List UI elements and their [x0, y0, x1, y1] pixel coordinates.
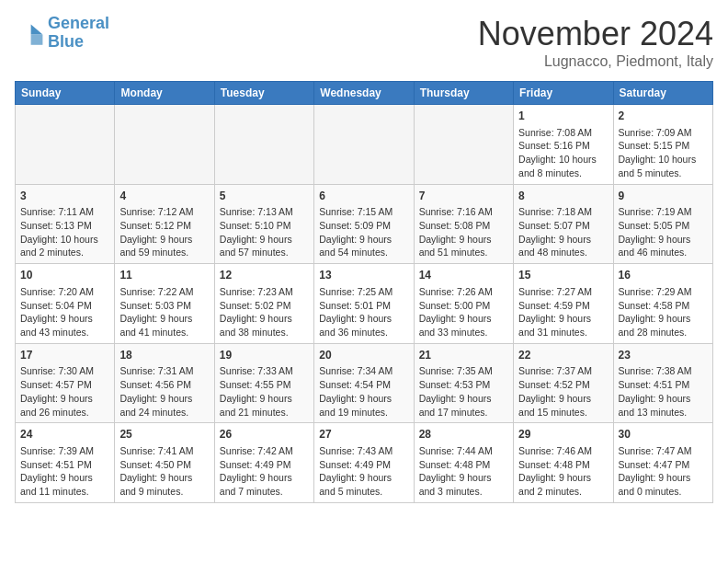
day-info: Sunrise: 7:30 AM Sunset: 4:57 PM Dayligh…: [20, 365, 94, 417]
day-number: 21: [419, 348, 508, 363]
calendar-cell: 8Sunrise: 7:18 AM Sunset: 5:07 PM Daylig…: [514, 184, 613, 264]
calendar-cell: 11Sunrise: 7:22 AM Sunset: 5:03 PM Dayli…: [115, 264, 214, 344]
day-number: 22: [518, 348, 608, 363]
calendar-cell: 13Sunrise: 7:25 AM Sunset: 5:01 PM Dayli…: [314, 264, 414, 344]
calendar-week-row: 24Sunrise: 7:39 AM Sunset: 4:51 PM Dayli…: [16, 423, 713, 503]
logo: General Blue: [15, 15, 109, 52]
day-info: Sunrise: 7:25 AM Sunset: 5:01 PM Dayligh…: [319, 286, 392, 338]
day-number: 9: [619, 189, 708, 204]
day-number: 11: [119, 268, 209, 283]
month-title: November 2024: [478, 15, 713, 53]
calendar-cell: 28Sunrise: 7:44 AM Sunset: 4:48 PM Dayli…: [414, 423, 513, 503]
day-info: Sunrise: 7:09 AM Sunset: 5:15 PM Dayligh…: [619, 127, 697, 178]
calendar-cell: 10Sunrise: 7:20 AM Sunset: 5:04 PM Dayli…: [16, 264, 115, 344]
page-header: General Blue November 2024 Lugnacco, Pie…: [15, 15, 713, 70]
weekday-header: Saturday: [613, 82, 712, 105]
day-info: Sunrise: 7:23 AM Sunset: 5:02 PM Dayligh…: [220, 286, 293, 338]
day-number: 5: [220, 189, 309, 204]
calendar-week-row: 1Sunrise: 7:08 AM Sunset: 5:16 PM Daylig…: [16, 105, 713, 185]
calendar-cell: [314, 105, 414, 185]
day-info: Sunrise: 7:15 AM Sunset: 5:09 PM Dayligh…: [319, 206, 392, 258]
day-number: 15: [518, 268, 608, 283]
day-number: 12: [220, 268, 309, 283]
day-info: Sunrise: 7:31 AM Sunset: 4:56 PM Dayligh…: [119, 365, 193, 417]
calendar-cell: 6Sunrise: 7:15 AM Sunset: 5:09 PM Daylig…: [314, 184, 414, 264]
calendar: SundayMondayTuesdayWednesdayThursdayFrid…: [15, 81, 713, 503]
day-number: 29: [518, 427, 608, 442]
calendar-cell: 16Sunrise: 7:29 AM Sunset: 4:58 PM Dayli…: [613, 264, 712, 344]
day-info: Sunrise: 7:13 AM Sunset: 5:10 PM Dayligh…: [220, 206, 293, 258]
day-number: 3: [20, 189, 109, 204]
day-info: Sunrise: 7:47 AM Sunset: 4:47 PM Dayligh…: [619, 445, 692, 497]
logo-icon: [15, 18, 44, 48]
calendar-cell: 9Sunrise: 7:19 AM Sunset: 5:05 PM Daylig…: [613, 184, 712, 264]
day-info: Sunrise: 7:18 AM Sunset: 5:07 PM Dayligh…: [518, 206, 592, 258]
day-info: Sunrise: 7:19 AM Sunset: 5:05 PM Dayligh…: [619, 206, 692, 258]
day-number: 1: [518, 109, 608, 124]
day-number: 2: [619, 109, 708, 124]
weekday-header: Wednesday: [314, 82, 414, 105]
calendar-cell: 1Sunrise: 7:08 AM Sunset: 5:16 PM Daylig…: [514, 105, 613, 185]
day-number: 4: [119, 189, 209, 204]
calendar-cell: [16, 105, 115, 185]
day-info: Sunrise: 7:26 AM Sunset: 5:00 PM Dayligh…: [419, 286, 493, 338]
day-info: Sunrise: 7:38 AM Sunset: 4:51 PM Dayligh…: [619, 365, 692, 417]
calendar-cell: 27Sunrise: 7:43 AM Sunset: 4:49 PM Dayli…: [314, 423, 414, 503]
weekday-header: Monday: [115, 82, 214, 105]
calendar-cell: 5Sunrise: 7:13 AM Sunset: 5:10 PM Daylig…: [214, 184, 313, 264]
day-number: 14: [419, 268, 508, 283]
day-info: Sunrise: 7:37 AM Sunset: 4:52 PM Dayligh…: [518, 365, 592, 417]
day-info: Sunrise: 7:29 AM Sunset: 4:58 PM Dayligh…: [619, 286, 692, 338]
calendar-cell: 7Sunrise: 7:16 AM Sunset: 5:08 PM Daylig…: [414, 184, 513, 264]
day-info: Sunrise: 7:43 AM Sunset: 4:49 PM Dayligh…: [319, 445, 392, 497]
calendar-week-row: 17Sunrise: 7:30 AM Sunset: 4:57 PM Dayli…: [16, 343, 713, 423]
day-info: Sunrise: 7:33 AM Sunset: 4:55 PM Dayligh…: [220, 365, 293, 417]
weekday-header-row: SundayMondayTuesdayWednesdayThursdayFrid…: [16, 82, 713, 105]
calendar-cell: 18Sunrise: 7:31 AM Sunset: 4:56 PM Dayli…: [115, 343, 214, 423]
weekday-header: Thursday: [414, 82, 513, 105]
calendar-cell: 24Sunrise: 7:39 AM Sunset: 4:51 PM Dayli…: [16, 423, 115, 503]
day-number: 6: [319, 189, 408, 204]
day-number: 8: [518, 189, 608, 204]
calendar-cell: 30Sunrise: 7:47 AM Sunset: 4:47 PM Dayli…: [613, 423, 712, 503]
calendar-cell: 26Sunrise: 7:42 AM Sunset: 4:49 PM Dayli…: [214, 423, 313, 503]
day-info: Sunrise: 7:08 AM Sunset: 5:16 PM Dayligh…: [518, 127, 597, 178]
calendar-cell: 2Sunrise: 7:09 AM Sunset: 5:15 PM Daylig…: [613, 105, 712, 185]
day-number: 19: [220, 348, 309, 363]
title-block: November 2024 Lugnacco, Piedmont, Italy: [478, 15, 713, 70]
calendar-cell: 15Sunrise: 7:27 AM Sunset: 4:59 PM Dayli…: [514, 264, 613, 344]
calendar-cell: 21Sunrise: 7:35 AM Sunset: 4:53 PM Dayli…: [414, 343, 513, 423]
day-number: 17: [20, 348, 109, 363]
day-number: 18: [119, 348, 209, 363]
day-info: Sunrise: 7:22 AM Sunset: 5:03 PM Dayligh…: [119, 286, 193, 338]
day-info: Sunrise: 7:44 AM Sunset: 4:48 PM Dayligh…: [419, 445, 493, 497]
weekday-header: Sunday: [16, 82, 115, 105]
day-info: Sunrise: 7:41 AM Sunset: 4:50 PM Dayligh…: [119, 445, 193, 497]
day-number: 16: [619, 268, 708, 283]
day-info: Sunrise: 7:39 AM Sunset: 4:51 PM Dayligh…: [20, 445, 94, 497]
calendar-cell: 22Sunrise: 7:37 AM Sunset: 4:52 PM Dayli…: [514, 343, 613, 423]
day-info: Sunrise: 7:46 AM Sunset: 4:48 PM Dayligh…: [518, 445, 592, 497]
day-info: Sunrise: 7:34 AM Sunset: 4:54 PM Dayligh…: [319, 365, 392, 417]
day-number: 23: [619, 348, 708, 363]
day-number: 25: [119, 427, 209, 442]
day-info: Sunrise: 7:42 AM Sunset: 4:49 PM Dayligh…: [220, 445, 293, 497]
calendar-cell: [214, 105, 313, 185]
calendar-cell: [414, 105, 513, 185]
day-info: Sunrise: 7:27 AM Sunset: 4:59 PM Dayligh…: [518, 286, 592, 338]
calendar-cell: 19Sunrise: 7:33 AM Sunset: 4:55 PM Dayli…: [214, 343, 313, 423]
day-number: 10: [20, 268, 109, 283]
location: Lugnacco, Piedmont, Italy: [478, 53, 713, 70]
calendar-cell: 20Sunrise: 7:34 AM Sunset: 4:54 PM Dayli…: [314, 343, 414, 423]
calendar-cell: 12Sunrise: 7:23 AM Sunset: 5:02 PM Dayli…: [214, 264, 313, 344]
calendar-cell: 29Sunrise: 7:46 AM Sunset: 4:48 PM Dayli…: [514, 423, 613, 503]
day-info: Sunrise: 7:20 AM Sunset: 5:04 PM Dayligh…: [20, 286, 94, 338]
weekday-header: Friday: [514, 82, 613, 105]
day-number: 24: [20, 427, 109, 442]
day-info: Sunrise: 7:11 AM Sunset: 5:13 PM Dayligh…: [20, 206, 98, 258]
day-number: 30: [619, 427, 708, 442]
calendar-cell: [115, 105, 214, 185]
day-info: Sunrise: 7:16 AM Sunset: 5:08 PM Dayligh…: [419, 206, 493, 258]
calendar-cell: 3Sunrise: 7:11 AM Sunset: 5:13 PM Daylig…: [16, 184, 115, 264]
day-info: Sunrise: 7:12 AM Sunset: 5:12 PM Dayligh…: [119, 206, 193, 258]
